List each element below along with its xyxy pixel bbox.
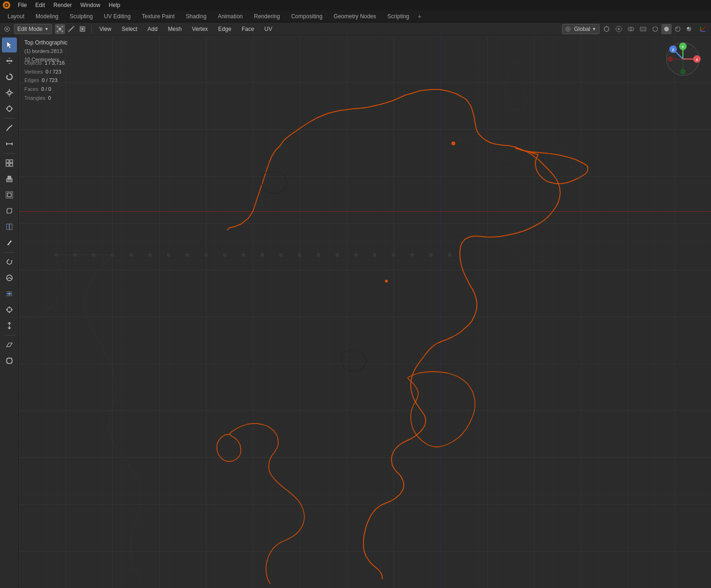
select-tool-btn[interactable] — [2, 37, 17, 52]
rotate-tool-btn[interactable] — [2, 69, 17, 84]
svg-rect-53 — [10, 164, 13, 166]
edit-mode-buttons — [55, 24, 88, 34]
svg-rect-52 — [6, 164, 9, 166]
svg-point-76 — [148, 253, 151, 256]
menu-edit[interactable]: Edit — [31, 0, 49, 10]
svg-point-9 — [61, 30, 63, 32]
menu-window[interactable]: Window — [76, 0, 104, 10]
smooth-tool-btn[interactable] — [2, 270, 17, 285]
wireframe-shading[interactable] — [650, 24, 660, 34]
orange-bottom-shapes — [217, 372, 475, 584]
toolbar-scene-icon[interactable] — [3, 25, 11, 33]
svg-point-64 — [8, 293, 10, 295]
tab-shading[interactable]: Shading — [180, 10, 212, 22]
viewport-shading-group — [650, 24, 694, 34]
svg-point-7 — [61, 26, 63, 28]
svg-point-97 — [74, 253, 76, 256]
edge-slide-btn[interactable] — [2, 286, 17, 301]
menu-help[interactable]: Help — [105, 0, 124, 10]
toolbar-face[interactable]: Face — [238, 24, 258, 34]
menu-file[interactable]: File — [14, 0, 30, 10]
to-sphere-btn[interactable] — [2, 353, 17, 368]
mode-label: Edit Mode — [17, 26, 43, 32]
loop-cut-tool-btn[interactable] — [2, 219, 17, 234]
svg-line-34 — [701, 27, 705, 31]
svg-point-96 — [55, 253, 58, 256]
viewport-gizmo[interactable]: X Y Z — [664, 40, 702, 78]
toolbar-sep-1 — [91, 25, 92, 33]
svg-point-75 — [130, 253, 133, 256]
knife-tool-btn[interactable] — [2, 235, 17, 250]
objects-stat: Objects 1 / 3,716 — [24, 59, 65, 67]
tab-geometry-nodes[interactable]: Geometry Nodes — [328, 10, 382, 22]
bevel-tool-btn[interactable] — [2, 203, 17, 218]
move-tool-btn[interactable] — [2, 53, 17, 68]
svg-point-2 — [6, 4, 7, 6]
tab-scripting[interactable]: Scripting — [382, 10, 415, 22]
faces-label: Faces — [24, 85, 38, 94]
rendered-shading[interactable] — [684, 24, 694, 34]
svg-rect-57 — [7, 193, 11, 197]
snap-toggle[interactable] — [601, 24, 612, 34]
svg-point-4 — [6, 28, 8, 30]
transform-orientation[interactable]: Global ▼ — [562, 24, 600, 34]
toolbar-uv[interactable]: UV — [261, 24, 276, 34]
spin-tool-btn[interactable] — [2, 254, 17, 269]
push-pull-btn[interactable] — [2, 318, 17, 333]
edge-mode-btn[interactable] — [66, 24, 76, 34]
proportional-edit-btn[interactable] — [614, 24, 624, 34]
transform-tool-btn[interactable] — [2, 101, 17, 116]
face-mode-btn[interactable] — [77, 24, 88, 34]
extrude-tool-btn[interactable] — [2, 171, 17, 186]
objects-value: 1 / 3,716 — [44, 59, 65, 67]
tab-sculpting[interactable]: Sculpting — [64, 10, 98, 22]
measure-tool-btn[interactable] — [2, 136, 17, 151]
overlay-toggle[interactable] — [626, 24, 636, 34]
mode-selector[interactable]: Edit Mode ▼ — [14, 24, 52, 34]
toolbar-view[interactable]: View — [96, 24, 115, 34]
scale-tool-btn[interactable] — [2, 85, 17, 100]
viewport[interactable]: X Y Z — [19, 36, 711, 588]
shapes-overlay — [19, 36, 711, 588]
toolbar-add[interactable]: Add — [144, 24, 161, 34]
inset-tool-btn[interactable] — [2, 187, 17, 202]
svg-point-42 — [7, 106, 12, 111]
tab-animation[interactable]: Animation — [212, 10, 248, 22]
black-border-paths — [19, 138, 583, 584]
xray-toggle[interactable] — [638, 24, 648, 34]
svg-point-8 — [57, 30, 59, 32]
tab-rendering[interactable]: Rendering — [248, 10, 285, 22]
annotate-tool-btn[interactable] — [2, 120, 17, 135]
tab-layout[interactable]: Layout — [2, 10, 30, 22]
tab-uv-editing[interactable]: UV Editing — [98, 10, 136, 22]
toolbar-vertex[interactable]: Vertex — [188, 24, 212, 34]
transform-space-dropdown: ▼ — [592, 27, 596, 31]
add-workspace-button[interactable]: + — [415, 12, 424, 21]
gizmo-toggle[interactable] — [698, 24, 708, 34]
triangles-label: Triangles — [24, 94, 45, 103]
workspace-tabs: Layout Modeling Sculpting UV Editing Tex… — [0, 10, 711, 22]
toolbar-right: Global ▼ — [562, 24, 708, 34]
toolbar-select[interactable]: Select — [118, 24, 141, 34]
shrink-fatten-btn[interactable] — [2, 302, 17, 317]
svg-point-32 — [687, 27, 691, 31]
solid-shading[interactable] — [661, 24, 672, 34]
shear-btn[interactable] — [2, 337, 17, 352]
svg-point-86 — [336, 253, 339, 256]
svg-rect-51 — [10, 160, 13, 163]
orange-border-shape — [227, 89, 588, 579]
objects-label: Objects — [24, 59, 42, 67]
tab-modeling[interactable]: Modeling — [30, 10, 64, 22]
svg-point-80 — [223, 253, 226, 256]
menu-render[interactable]: Render — [50, 0, 75, 10]
vertex-mode-btn[interactable] — [55, 24, 65, 34]
vertices-value: 0 / 723 — [45, 67, 61, 76]
tab-texture-paint[interactable]: Texture Paint — [136, 10, 180, 22]
tab-compositing[interactable]: Compositing — [286, 10, 328, 22]
toolbar-edge[interactable]: Edge — [215, 24, 235, 34]
svg-point-18 — [604, 27, 609, 31]
svg-text:Z: Z — [672, 48, 674, 52]
material-shading[interactable] — [673, 24, 683, 34]
add-mesh-tool-btn[interactable] — [2, 156, 17, 171]
toolbar-mesh[interactable]: Mesh — [164, 24, 185, 34]
